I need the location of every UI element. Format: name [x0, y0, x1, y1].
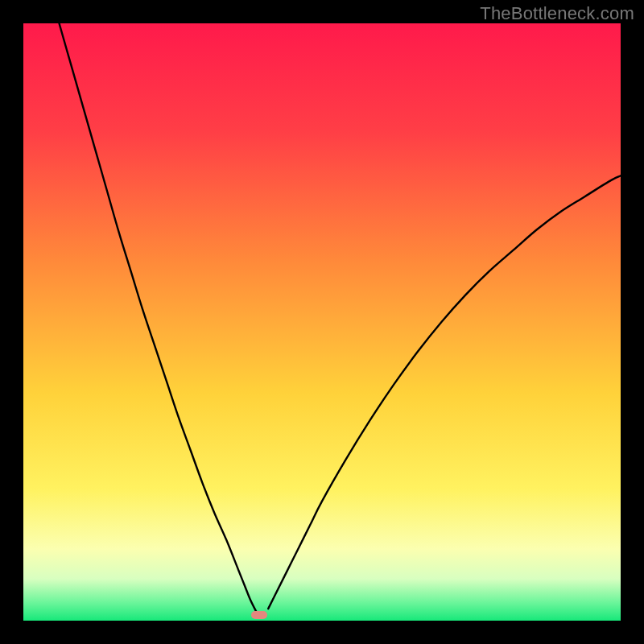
watermark-text: TheBottleneck.com	[480, 3, 634, 24]
curve-right-branch	[268, 175, 621, 609]
bottleneck-curve	[23, 23, 621, 621]
curve-left-branch	[60, 23, 257, 612]
optimum-marker	[251, 611, 267, 619]
outer-frame: TheBottleneck.com	[0, 0, 644, 644]
plot-area	[23, 23, 621, 621]
